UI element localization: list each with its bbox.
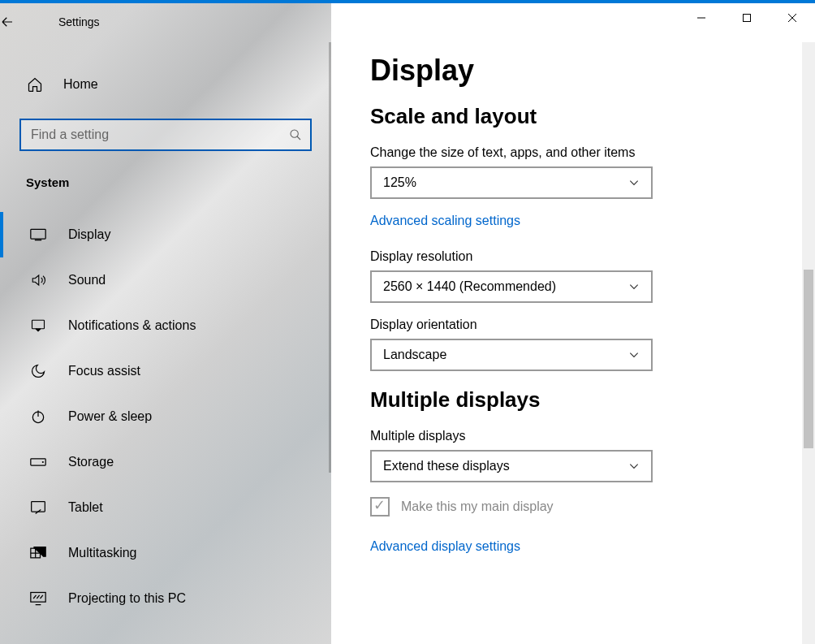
multiple-displays-value: Extend these displays xyxy=(383,459,510,473)
sidebar-item-display[interactable]: Display xyxy=(0,212,331,257)
arrow-left-icon xyxy=(0,15,15,29)
search-input[interactable] xyxy=(29,127,289,143)
moon-icon xyxy=(29,363,47,379)
window-title: Settings xyxy=(39,15,100,28)
svg-rect-2 xyxy=(32,320,45,329)
sidebar-item-power-sleep[interactable]: Power & sleep xyxy=(0,394,331,439)
svg-rect-9 xyxy=(744,15,751,22)
sidebar-item-focus-assist[interactable]: Focus assist xyxy=(0,348,331,394)
sidebar-item-sound[interactable]: Sound xyxy=(0,257,331,303)
project-icon xyxy=(29,591,47,606)
close-icon xyxy=(787,13,797,23)
chevron-down-icon xyxy=(628,281,640,292)
notifications-icon xyxy=(29,318,47,333)
main-display-checkbox-label: Make this my main display xyxy=(401,499,554,514)
svg-rect-6 xyxy=(32,502,45,512)
sidebar-item-label: Storage xyxy=(68,455,114,469)
change-size-value: 125% xyxy=(383,175,416,190)
resolution-value: 2560 × 1440 (Recommended) xyxy=(383,279,556,294)
sound-icon xyxy=(29,273,47,287)
svg-point-5 xyxy=(42,461,44,463)
maximize-button[interactable] xyxy=(724,3,770,32)
orientation-label: Display orientation xyxy=(370,318,815,332)
multiple-displays-label: Multiple displays xyxy=(370,429,815,443)
sidebar-item-label: Sound xyxy=(68,273,106,287)
svg-point-0 xyxy=(291,130,298,137)
chevron-down-icon xyxy=(628,177,640,188)
resolution-label: Display resolution xyxy=(370,249,815,264)
sidebar-item-label: Notifications & actions xyxy=(68,318,196,333)
nav-list: Display Sound Notifications & actions Fo… xyxy=(0,212,331,621)
main-display-checkbox[interactable] xyxy=(370,497,390,516)
chevron-down-icon xyxy=(628,349,640,361)
power-icon xyxy=(29,408,47,425)
sidebar-item-notifications[interactable]: Notifications & actions xyxy=(0,303,331,348)
orientation-select[interactable]: Landscape xyxy=(370,339,653,371)
content-scrollbar[interactable] xyxy=(802,42,815,644)
back-button[interactable] xyxy=(0,15,39,29)
sidebar-item-label: Multitasking xyxy=(68,546,136,560)
sidebar-item-label: Display xyxy=(68,227,110,242)
home-label: Home xyxy=(63,77,98,92)
section-heading-scale: Scale and layout xyxy=(370,104,815,129)
resolution-select[interactable]: 2560 × 1440 (Recommended) xyxy=(370,270,653,303)
maximize-icon xyxy=(742,13,752,23)
sidebar-item-label: Projecting to this PC xyxy=(68,591,186,606)
close-button[interactable] xyxy=(770,3,815,32)
sidebar-item-home[interactable]: Home xyxy=(0,68,331,101)
multitask-icon xyxy=(29,546,47,560)
multiple-displays-select[interactable]: Extend these displays xyxy=(370,450,653,482)
tablet-icon xyxy=(29,500,47,515)
scrollbar-thumb[interactable] xyxy=(804,270,813,448)
sidebar-item-tablet[interactable]: Tablet xyxy=(0,485,331,530)
advanced-display-link[interactable]: Advanced display settings xyxy=(370,539,815,554)
advanced-scaling-link[interactable]: Advanced scaling settings xyxy=(370,214,815,228)
svg-rect-1 xyxy=(31,229,45,239)
sidebar-item-label: Focus assist xyxy=(68,364,140,378)
sidebar-item-multitasking[interactable]: Multitasking xyxy=(0,530,331,576)
storage-icon xyxy=(29,457,47,467)
minimize-button[interactable] xyxy=(679,3,724,32)
change-size-label: Change the size of text, apps, and other… xyxy=(370,145,815,160)
change-size-select[interactable]: 125% xyxy=(370,166,653,199)
display-icon xyxy=(29,228,47,241)
search-box[interactable] xyxy=(19,119,312,151)
main-display-checkbox-row: Make this my main display xyxy=(370,497,815,516)
sidebar: Settings Home System Display xyxy=(0,3,331,644)
chevron-down-icon xyxy=(628,460,640,472)
sidebar-item-storage[interactable]: Storage xyxy=(0,439,331,485)
sidebar-item-label: Tablet xyxy=(68,500,103,515)
nav-group-title: System xyxy=(0,151,331,194)
search-icon xyxy=(289,128,302,141)
home-icon xyxy=(26,76,44,93)
content-area: Display Scale and layout Change the size… xyxy=(331,3,815,644)
sidebar-item-label: Power & sleep xyxy=(68,409,152,424)
minimize-icon xyxy=(696,13,706,23)
section-heading-multiple: Multiple displays xyxy=(370,387,815,413)
page-title: Display xyxy=(370,54,815,88)
orientation-value: Landscape xyxy=(383,348,446,362)
sidebar-item-projecting[interactable]: Projecting to this PC xyxy=(0,576,331,621)
